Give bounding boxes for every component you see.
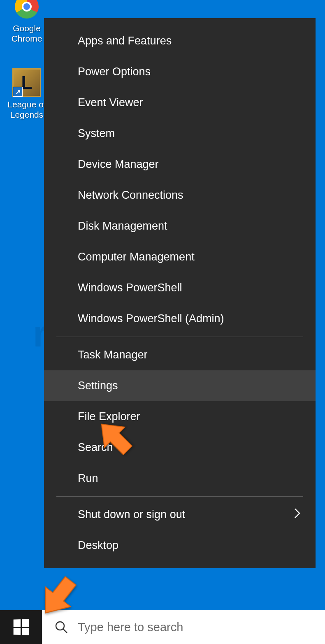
- desktop-background[interactable]: PC risk.com Google Chrome L ↗ League of …: [0, 0, 325, 644]
- start-button[interactable]: [0, 610, 42, 644]
- menu-item-file-explorer[interactable]: File Explorer: [44, 401, 316, 432]
- search-icon: [55, 621, 68, 634]
- league-of-legends-icon: L ↗: [12, 68, 42, 98]
- menu-item-desktop[interactable]: Desktop: [44, 530, 316, 561]
- menu-item-windows-powershell-admin[interactable]: Windows PowerShell (Admin): [44, 303, 316, 334]
- menu-item-disk-management[interactable]: Disk Management: [44, 211, 316, 242]
- winx-context-menu: Apps and Features Power Options Event Vi…: [44, 18, 316, 568]
- desktop-icon-league-of-legends[interactable]: L ↗ League of Legends: [6, 68, 47, 120]
- svg-point-0: [56, 622, 64, 630]
- search-placeholder: Type here to search: [78, 621, 183, 634]
- menu-item-run[interactable]: Run: [44, 463, 316, 494]
- menu-item-computer-management[interactable]: Computer Management: [44, 242, 316, 272]
- desktop-icon-label: League of Legends: [6, 99, 47, 120]
- menu-item-system[interactable]: System: [44, 118, 316, 149]
- desktop-icon-label: Google Chrome: [6, 23, 47, 44]
- menu-item-power-options[interactable]: Power Options: [44, 56, 316, 87]
- shortcut-arrow-icon: ↗: [13, 87, 23, 97]
- menu-item-device-manager[interactable]: Device Manager: [44, 149, 316, 180]
- desktop-icon-chrome[interactable]: Google Chrome: [6, 0, 47, 44]
- menu-item-shut-down-or-sign-out[interactable]: Shut down or sign out: [44, 499, 316, 530]
- chrome-icon: [12, 0, 42, 21]
- windows-logo-icon: [14, 619, 29, 635]
- taskbar: Type here to search: [0, 610, 325, 644]
- chevron-right-icon: [294, 508, 301, 521]
- menu-item-network-connections[interactable]: Network Connections: [44, 180, 316, 211]
- menu-separator: [56, 337, 303, 337]
- menu-item-search[interactable]: Search: [44, 432, 316, 463]
- menu-item-event-viewer[interactable]: Event Viewer: [44, 87, 316, 118]
- menu-separator: [56, 496, 303, 497]
- taskbar-search-box[interactable]: Type here to search: [42, 610, 325, 644]
- menu-item-apps-and-features[interactable]: Apps and Features: [44, 26, 316, 56]
- svg-line-1: [63, 629, 67, 633]
- menu-item-windows-powershell[interactable]: Windows PowerShell: [44, 272, 316, 303]
- menu-item-task-manager[interactable]: Task Manager: [44, 339, 316, 370]
- menu-item-settings[interactable]: Settings: [44, 370, 316, 401]
